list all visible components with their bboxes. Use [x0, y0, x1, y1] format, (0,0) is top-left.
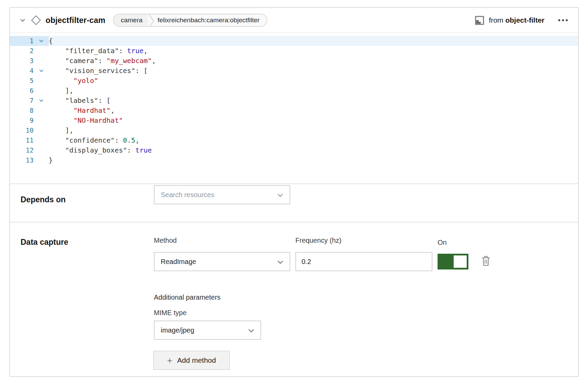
module-source-link[interactable]: from object-filter	[489, 16, 544, 24]
code-line[interactable]: 4 "vision_services": [	[10, 66, 578, 76]
fold-gutter	[34, 76, 49, 86]
more-options-button[interactable]	[557, 17, 569, 23]
code-line[interactable]: 1{	[10, 36, 578, 46]
line-number: 6	[10, 86, 34, 96]
delete-method-button[interactable]	[481, 255, 491, 268]
data-capture-heading: Data capture	[21, 238, 68, 247]
depends-on-select[interactable]: Search resources	[154, 185, 290, 204]
fold-chevron-icon[interactable]	[34, 36, 49, 46]
section-divider	[10, 222, 578, 223]
code-line[interactable]: 8 "Hardhat",	[10, 106, 578, 116]
depends-on-placeholder: Search resources	[161, 191, 215, 199]
line-number: 5	[10, 76, 34, 86]
module-icon	[475, 16, 484, 25]
method-label: Method	[154, 237, 177, 244]
code-line[interactable]: 9 "NO-Hardhat"	[10, 116, 578, 125]
mime-type-select[interactable]: image/jpeg	[154, 321, 261, 340]
code-line[interactable]: 6 ],	[10, 86, 578, 96]
code-line-text: "filter_data": true,	[49, 46, 578, 56]
code-line-text: "vision_services": [	[49, 66, 578, 76]
code-line[interactable]: 5 "yolo"	[10, 76, 578, 86]
code-line[interactable]: 3 "camera": "my_webcam",	[10, 56, 578, 66]
code-line[interactable]: 12 "display_boxes": true	[10, 145, 578, 155]
resource-model-tag: felixreichenbach:camera:objectfilter	[156, 14, 267, 26]
additional-params-label: Additional parameters	[154, 293, 221, 301]
line-number: 1	[10, 36, 34, 46]
chevron-down-icon	[277, 193, 283, 197]
ellipsis-icon	[566, 19, 568, 21]
chevron-down-icon	[277, 260, 283, 264]
add-method-button[interactable]: + Add method	[153, 351, 230, 370]
line-number: 2	[10, 46, 34, 56]
line-number: 8	[10, 106, 34, 116]
resource-name: objectfilter-cam	[46, 16, 105, 25]
chevron-down-icon	[248, 329, 254, 333]
resource-type-tag: camera	[114, 14, 148, 26]
line-number: 13	[10, 155, 34, 165]
capture-on-toggle[interactable]	[438, 254, 468, 269]
on-label: On	[438, 239, 447, 247]
code-line[interactable]: 13}	[10, 155, 578, 165]
line-number: 9	[10, 116, 34, 125]
method-select[interactable]: ReadImage	[154, 252, 290, 271]
add-method-label: Add method	[177, 356, 216, 364]
code-line-text: "yolo"	[49, 76, 578, 86]
line-number: 7	[10, 96, 34, 106]
code-line-text: "display_boxes": true	[49, 145, 578, 155]
code-line-text: "labels": [	[49, 96, 578, 106]
plus-icon: +	[167, 356, 172, 365]
code-line-text: "NO-Hardhat"	[49, 116, 578, 125]
mime-type-value: image/jpeg	[161, 326, 194, 334]
collapse-button[interactable]	[19, 16, 26, 24]
fold-gutter	[34, 125, 49, 135]
fold-gutter	[34, 155, 49, 165]
line-number: 10	[10, 125, 34, 135]
resource-card: objectfilter-cam camera felixreichenbach…	[9, 7, 579, 377]
ellipsis-icon	[562, 19, 564, 21]
code-line-text: {	[49, 36, 578, 46]
code-line-text: ],	[49, 125, 578, 135]
code-line-text: ],	[49, 86, 578, 96]
chevron-separator-icon	[148, 14, 156, 26]
line-number: 11	[10, 135, 34, 145]
fold-gutter	[34, 116, 49, 125]
fold-gutter	[34, 145, 49, 155]
code-line[interactable]: 11 "confidence": 0.5,	[10, 135, 578, 145]
trash-icon	[481, 255, 491, 267]
fold-gutter	[34, 46, 49, 56]
line-number: 12	[10, 145, 34, 155]
diamond-icon	[31, 15, 41, 25]
chevron-down-icon	[20, 19, 25, 22]
fold-gutter	[34, 106, 49, 116]
frequency-input[interactable]	[295, 252, 432, 271]
code-line[interactable]: 2 "filter_data": true,	[10, 46, 578, 56]
ellipsis-icon	[558, 19, 560, 21]
code-line-text: "camera": "my_webcam",	[49, 56, 578, 66]
code-line-text: "Hardhat",	[49, 106, 578, 116]
fold-gutter	[34, 86, 49, 96]
resource-card-header: objectfilter-cam camera felixreichenbach…	[10, 8, 578, 33]
fold-gutter	[34, 135, 49, 145]
toggle-knob	[454, 255, 467, 268]
resource-type-pill: camera felixreichenbach:camera:objectfil…	[113, 14, 267, 27]
line-number: 4	[10, 66, 34, 76]
code-editor[interactable]: 1{2 "filter_data": true,3 "camera": "my_…	[10, 33, 578, 183]
section-divider	[10, 183, 578, 184]
code-line-text: "confidence": 0.5,	[49, 135, 578, 145]
code-line[interactable]: 7 "labels": [	[10, 96, 578, 106]
method-value: ReadImage	[161, 258, 196, 266]
fold-chevron-icon[interactable]	[34, 66, 49, 76]
fold-gutter	[34, 56, 49, 66]
code-line-text: }	[49, 155, 578, 165]
mime-type-label: MIME type	[154, 309, 187, 317]
code-line[interactable]: 10 ],	[10, 125, 578, 135]
depends-on-heading: Depends on	[21, 195, 66, 204]
frequency-label: Frequency (hz)	[295, 237, 342, 244]
fold-chevron-icon[interactable]	[34, 96, 49, 106]
line-number: 3	[10, 56, 34, 66]
